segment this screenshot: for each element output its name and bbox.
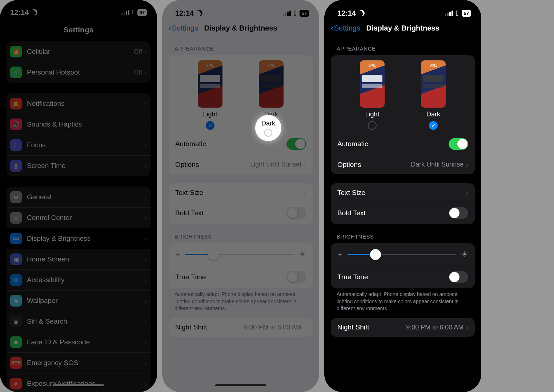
row-label: Sounds & Haptics (27, 120, 144, 128)
chevron-right-icon: › (144, 68, 147, 77)
battery-indicator: 67 (137, 9, 147, 16)
true-tone-footnote: Automatically adapt iPhone display based… (162, 288, 319, 318)
night-shift-row[interactable]: Night Shift 9:00 PM to 6:00 AM › (169, 318, 313, 337)
chevron-right-icon: › (304, 188, 306, 197)
tap-highlight-dark: Dark (255, 115, 281, 141)
text-size-row[interactable]: Text Size › (169, 183, 313, 202)
light-radio[interactable] (368, 121, 377, 130)
true-tone-row: True Tone (169, 266, 313, 288)
row-label: General (27, 193, 144, 201)
automatic-toggle[interactable] (449, 138, 468, 150)
settings-row-control-center[interactable]: ☰Control Center› (7, 208, 150, 228)
true-tone-row: True Tone (331, 266, 475, 288)
speaker-icon: 🔊 (10, 119, 22, 130)
appearance-light-option[interactable]: Light (198, 60, 222, 130)
row-label: Control Center (27, 214, 144, 222)
settings-row-notifications[interactable]: 🔔Notifications› (7, 93, 150, 114)
settings-row-personal-hotspot[interactable]: 🔗Personal HotspotOff› (7, 62, 150, 83)
settings-row-cellular[interactable]: 📶CellularOff› (7, 41, 150, 62)
settings-row-focus[interactable]: ☾Focus› (7, 135, 150, 156)
light-radio[interactable] (206, 121, 214, 130)
night-shift-row[interactable]: Night Shift 9:00 PM to 6:00 AM › (331, 318, 475, 337)
sun-min-icon: ☀︎ (175, 251, 180, 258)
focus-moon-icon (31, 9, 38, 16)
dark-radio[interactable] (429, 121, 438, 130)
chevron-right-icon: › (144, 317, 147, 326)
chevron-right-icon: › (144, 162, 147, 170)
row-label: Home Screen (27, 255, 144, 263)
bold-text-toggle[interactable] (286, 207, 306, 219)
sun-max-icon: ☀︎ (461, 250, 468, 259)
settings-row-exposure-notifications[interactable]: ⌾Exposure Notifications› (7, 373, 150, 392)
settings-row-display-brightness[interactable]: AADisplay & Brightness› (7, 228, 150, 249)
appearance-dark-option[interactable]: Dark (421, 60, 446, 130)
settings-row-sounds-haptics[interactable]: 🔊Sounds & Haptics› (7, 114, 150, 135)
row-label: Focus (27, 141, 144, 149)
chevron-right-icon: › (144, 338, 147, 347)
automatic-row: Automatic (169, 133, 313, 155)
options-row[interactable]: Options Dark Until Sunrise › (331, 155, 475, 174)
row-label: Accessibility (27, 276, 144, 284)
switches-icon: ☰ (10, 212, 22, 224)
settings-screen: 12:14 􀙇 67 Settings 📶CellularOff›🔗Person… (0, 0, 157, 392)
grid-icon: ▦ (10, 253, 22, 265)
settings-row-face-id-passcode[interactable]: ☻Face ID & Passcode› (7, 332, 150, 353)
wifi-icon: 􀙇 (294, 9, 296, 17)
back-button[interactable]: ‹ Settings (331, 24, 360, 32)
text-size-row[interactable]: Text Size › (331, 183, 475, 202)
chevron-right-icon: › (144, 141, 147, 149)
nav-bar: ‹ Settings Display & Brightness (162, 20, 319, 36)
bold-text-toggle[interactable] (449, 207, 468, 219)
true-tone-toggle[interactable] (449, 271, 468, 283)
display-brightness-light-screen: 12:14 􀙇 67 ‹ Settings Display & Brightne… (162, 0, 319, 392)
section-header-appearance: APPEARANCE (162, 36, 319, 55)
settings-row-wallpaper[interactable]: ❀Wallpaper› (7, 291, 150, 311)
battery-indicator: 67 (300, 10, 309, 17)
wifi-icon: 􀙇 (132, 9, 135, 16)
appearance-light-option[interactable]: Light (360, 60, 385, 130)
row-label: Face ID & Passcode (27, 338, 144, 346)
row-value: Off (134, 48, 142, 56)
light-thumbnail (198, 60, 222, 108)
chevron-right-icon: › (144, 193, 147, 201)
home-indicator[interactable] (215, 384, 266, 386)
brightness-slider-row: ☀︎ ☀︎ (331, 243, 475, 266)
display-brightness-dark-screen: 12:14 􀙇 67 ‹ Settings Display & Brightne… (324, 0, 481, 392)
faceid-icon: ☻ (10, 336, 22, 348)
settings-row-home-screen[interactable]: ▦Home Screen› (7, 249, 150, 270)
true-tone-toggle[interactable] (286, 271, 306, 283)
dark-thumbnail (259, 60, 284, 108)
settings-row-accessibility[interactable]: ☺︎Accessibility› (7, 270, 150, 291)
sos-icon: SOS (10, 357, 22, 369)
dynamic-island (55, 5, 102, 18)
section-header-appearance: APPEARANCE (324, 36, 481, 55)
wifi-icon: 􀙇 (456, 9, 458, 17)
settings-row-siri-search[interactable]: ◉Siri & Search› (7, 311, 150, 332)
chevron-right-icon: › (144, 380, 147, 388)
sun-max-icon: ☀︎ (299, 250, 306, 259)
battery-indicator: 67 (462, 10, 471, 17)
row-label: Wallpaper (27, 297, 144, 305)
automatic-toggle[interactable] (286, 138, 306, 150)
brightness-slider[interactable] (348, 254, 456, 255)
settings-row-screen-time[interactable]: ⏳Screen Time› (7, 156, 150, 176)
settings-row-emergency-sos[interactable]: SOSEmergency SOS› (7, 353, 150, 373)
bold-text-row: Bold Text (169, 202, 313, 224)
row-label: Screen Time (27, 162, 144, 170)
dark-thumbnail (421, 60, 446, 108)
section-header-brightness: BRIGHTNESS (324, 224, 481, 243)
cellular-signal-icon (121, 10, 129, 15)
back-button[interactable]: ‹ Settings (169, 24, 198, 32)
home-indicator[interactable] (53, 384, 104, 386)
automatic-row: Automatic (331, 133, 475, 155)
options-row[interactable]: Options Light Until Sunset › (169, 155, 313, 174)
moon-icon: ☾ (10, 139, 22, 151)
row-label: Notifications (27, 100, 144, 108)
row-label: Siri & Search (27, 317, 144, 325)
settings-row-general[interactable]: ⚙︎General› (7, 187, 150, 208)
bold-text-row: Bold Text (331, 202, 475, 224)
chevron-right-icon: › (144, 100, 147, 108)
row-label: Emergency SOS (27, 359, 144, 367)
nav-bar: ‹ Settings Display & Brightness (324, 20, 481, 36)
brightness-slider[interactable] (185, 254, 294, 255)
